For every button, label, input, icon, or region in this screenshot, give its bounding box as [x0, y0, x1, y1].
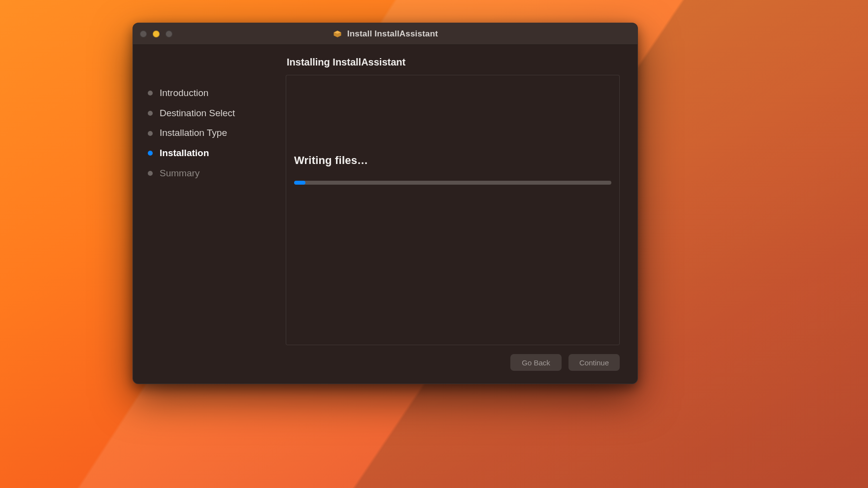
step-installation: Installation [148, 143, 270, 163]
progress-fill [294, 181, 305, 185]
step-dot-icon [148, 111, 153, 116]
step-dot-icon [148, 131, 153, 136]
step-dot-icon [148, 91, 153, 96]
progress-bar [294, 181, 611, 185]
step-label: Introduction [160, 87, 208, 99]
step-label: Summary [160, 167, 200, 180]
step-dot-icon [148, 171, 153, 176]
step-label: Installation Type [160, 127, 227, 139]
step-installation-type: Installation Type [148, 123, 270, 143]
traffic-lights [140, 31, 172, 37]
window-title: Install InstallAssistant [333, 29, 438, 39]
footer: Go Back Continue [286, 345, 620, 371]
package-icon [333, 29, 342, 39]
installer-main: Installing InstallAssistant Writing file… [281, 45, 637, 384]
continue-button[interactable]: Continue [568, 354, 620, 371]
step-label: Destination Select [160, 107, 235, 120]
installer-window: Install InstallAssistant Introduction De… [133, 23, 638, 384]
step-destination-select: Destination Select [148, 103, 270, 124]
status-text: Writing files… [294, 154, 611, 167]
step-label: Installation [160, 147, 209, 160]
close-window-button[interactable] [140, 31, 147, 37]
titlebar: Install InstallAssistant [133, 23, 637, 45]
installer-steps-sidebar: Introduction Destination Select Installa… [133, 45, 281, 384]
main-title: Installing InstallAssistant [287, 57, 620, 68]
window-title-text: Install InstallAssistant [347, 29, 438, 39]
step-summary: Summary [148, 163, 270, 184]
step-introduction: Introduction [148, 83, 270, 103]
go-back-button[interactable]: Go Back [510, 354, 562, 371]
content-box: Writing files… [286, 75, 620, 345]
minimize-window-button[interactable] [153, 31, 160, 37]
step-dot-icon [148, 151, 153, 156]
zoom-window-button[interactable] [166, 31, 172, 37]
